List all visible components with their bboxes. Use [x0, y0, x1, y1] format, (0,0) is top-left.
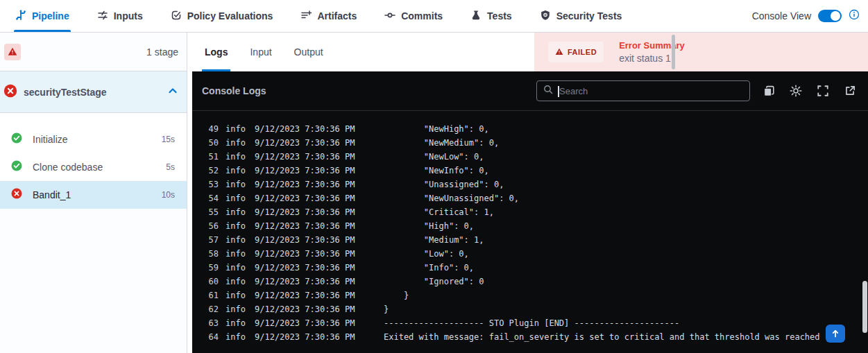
tab-logs[interactable]: Logs	[202, 33, 230, 71]
pipeline-icon	[15, 10, 26, 23]
log-line-number: 55	[206, 207, 219, 217]
log-line-number: 62	[206, 304, 219, 314]
log-level: info	[225, 124, 248, 134]
tab-security-tests[interactable]: Security Tests	[538, 0, 624, 32]
log-timestamp: 9/12/2023 7:30:36 PM	[255, 152, 384, 162]
tab-commits-label: Commits	[401, 10, 443, 21]
log-timestamp: 9/12/2023 7:30:36 PM	[255, 193, 384, 203]
stage-name: securityTestStage	[24, 87, 107, 98]
inputs-icon	[97, 10, 108, 23]
scroll-to-top-button[interactable]	[826, 325, 845, 343]
log-timestamp: 9/12/2023 7:30:36 PM	[255, 332, 384, 342]
step-name: Bandit_1	[33, 189, 71, 200]
log-message: "Low": 0,	[384, 249, 469, 259]
log-line: 60 info 9/12/2023 7:30:36 PM "Ignored": …	[192, 275, 868, 289]
console-view-label: Console View	[752, 10, 811, 21]
tab-policy-evaluations-label: Policy Evaluations	[187, 10, 273, 21]
log-message: "Info": 0,	[384, 263, 474, 273]
log-level: info	[225, 332, 248, 342]
log-level: info	[225, 249, 248, 259]
fullscreen-icon[interactable]	[816, 84, 830, 98]
log-timestamp: 9/12/2023 7:30:36 PM	[255, 318, 384, 328]
tab-output-label: Output	[294, 46, 323, 58]
info-icon[interactable]	[849, 9, 860, 23]
log-line: 62 info 9/12/2023 7:30:36 PM }	[192, 302, 868, 316]
step-row-bandit-1[interactable]: Bandit_1 10s	[0, 181, 187, 209]
log-line: 58 info 9/12/2023 7:30:36 PM "Low": 0,	[192, 247, 868, 261]
log-level: info	[225, 193, 248, 203]
log-line-number: 57	[206, 235, 219, 245]
log-timestamp: 9/12/2023 7:30:36 PM	[255, 207, 384, 217]
log-timestamp: 9/12/2023 7:30:36 PM	[255, 138, 384, 148]
log-message: "Ignored": 0	[384, 277, 484, 286]
log-message: }	[384, 304, 389, 314]
log-level: info	[225, 318, 248, 328]
log-line: 59 info 9/12/2023 7:30:36 PM "Info": 0,	[192, 261, 868, 275]
tab-artifacts-label: Artifacts	[317, 10, 357, 21]
warning-triangle-icon	[555, 46, 563, 58]
log-view-tabs: Logs Input Output	[192, 33, 534, 71]
tab-commits[interactable]: Commits	[383, 0, 444, 32]
log-level: info	[225, 221, 248, 231]
log-line-number: 49	[206, 124, 219, 134]
tab-pipeline[interactable]: Pipeline	[14, 0, 71, 32]
log-message: Exited with message: fail_on_severity is…	[384, 332, 820, 342]
log-line-number: 59	[206, 263, 219, 273]
log-line-number: 53	[206, 180, 219, 189]
chevron-up-icon[interactable]	[167, 85, 178, 99]
console-logs-panel: Console Logs 49 info 9/12/2023 7:30:36 P…	[192, 71, 868, 353]
log-level: info	[225, 235, 248, 245]
tab-output[interactable]: Output	[291, 33, 326, 71]
tab-artifacts[interactable]: Artifacts	[299, 0, 358, 32]
log-message: "NewInfo": 0,	[384, 166, 489, 175]
log-message: "NewMedium": 0,	[384, 138, 499, 148]
step-row-clone-codebase[interactable]: Clone codebase 5s	[0, 153, 187, 181]
step-row-initialize[interactable]: Initialize 15s	[0, 126, 187, 153]
step-duration: 15s	[162, 135, 175, 144]
step-name: Initialize	[33, 134, 68, 145]
log-line: 52 info 9/12/2023 7:30:36 PM "NewInfo": …	[192, 164, 868, 178]
settings-icon[interactable]	[789, 84, 803, 98]
log-timestamp: 9/12/2023 7:30:36 PM	[255, 166, 384, 175]
log-line: 54 info 9/12/2023 7:30:36 PM "NewUnassig…	[192, 191, 868, 205]
console-toolbar	[762, 84, 857, 98]
log-line: 57 info 9/12/2023 7:30:36 PM "Medium": 1…	[192, 233, 868, 247]
tab-inputs[interactable]: Inputs	[96, 0, 144, 32]
log-line-number: 56	[206, 221, 219, 231]
tab-input[interactable]: Input	[247, 33, 274, 71]
log-message: "NewLow": 0,	[384, 152, 484, 162]
pipeline-execution-screen: Pipeline Inputs Policy Evaluations Artif…	[0, 0, 868, 353]
search-input[interactable]	[559, 86, 733, 96]
log-message: "Unassigned": 0,	[384, 180, 504, 189]
log-line-number: 61	[206, 291, 219, 300]
tab-tests[interactable]: Tests	[469, 0, 513, 32]
success-status-icon	[11, 132, 22, 146]
log-line: 61 info 9/12/2023 7:30:36 PM }	[192, 289, 868, 302]
log-timestamp: 9/12/2023 7:30:36 PM	[255, 180, 384, 189]
log-level: info	[225, 263, 248, 273]
log-message: "Critical": 1,	[384, 207, 494, 217]
copy-icon[interactable]	[762, 84, 776, 98]
log-line: 63 info 9/12/2023 7:30:36 PM -----------…	[192, 316, 868, 330]
log-timestamp: 9/12/2023 7:30:36 PM	[255, 124, 384, 134]
stage-row-securityteststage[interactable]: securityTestStage	[0, 71, 187, 113]
tab-input-label: Input	[250, 46, 271, 58]
console-scrollbar[interactable]	[862, 281, 867, 333]
tab-logs-label: Logs	[205, 46, 228, 58]
tab-pipeline-label: Pipeline	[32, 10, 69, 21]
error-banner-scrollbar[interactable]	[672, 35, 675, 69]
log-timestamp: 9/12/2023 7:30:36 PM	[255, 304, 384, 314]
step-duration: 10s	[162, 190, 175, 200]
log-line-number: 64	[206, 332, 219, 342]
log-line: 49 info 9/12/2023 7:30:36 PM "NewHigh": …	[192, 122, 868, 136]
open-in-new-tab-icon[interactable]	[843, 84, 857, 98]
tab-policy-evaluations[interactable]: Policy Evaluations	[169, 0, 275, 32]
stage-count: 1 stage	[146, 46, 180, 58]
console-view-toggle[interactable]	[818, 10, 842, 22]
log-level: info	[225, 207, 248, 217]
console-title: Console Logs	[202, 85, 266, 96]
log-level: info	[225, 291, 248, 300]
top-nav-tabs: Pipeline Inputs Policy Evaluations Artif…	[0, 0, 648, 32]
error-summary-banner: FAILED Error Summary exit status 1	[534, 33, 868, 71]
log-search[interactable]	[536, 80, 750, 101]
